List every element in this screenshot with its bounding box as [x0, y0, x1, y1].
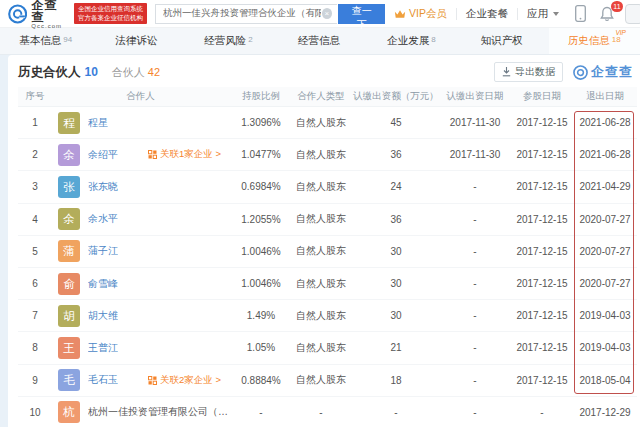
row-index: 8 — [18, 342, 52, 353]
col-header-subscription-date: 认缴出资日期 — [439, 90, 511, 103]
tab-history-info[interactable]: 历史信息 18 VIP — [549, 28, 640, 54]
partner-name-link[interactable]: 俞雪峰 — [88, 277, 118, 291]
tab-label: 知识产权 — [481, 34, 523, 48]
partner-avatar: 杭 — [58, 401, 80, 423]
subscribed-amount: - — [353, 407, 439, 418]
partner-cell: 王 王普江 — [52, 337, 233, 359]
partner-name-link[interactable]: 王普江 — [88, 341, 118, 355]
qcc-watermark-text: 企查查 — [591, 63, 633, 81]
mobile-app-button[interactable] — [568, 5, 593, 22]
join-date: 2017-12-15 — [511, 117, 573, 128]
subscription-date: - — [439, 246, 511, 257]
qcc-logo-icon — [8, 4, 27, 24]
partner-name-link[interactable]: 余绍平 — [88, 148, 118, 162]
tab-legal-litigation[interactable]: 法律诉讼 — [91, 28, 182, 54]
partner-type: 自然人股东 — [289, 180, 353, 194]
col-header-type: 合作人类型 — [289, 90, 353, 103]
partner-name-link[interactable]: 杭州一佳投资管理有限公司（执行事务合伙人） — [88, 405, 229, 419]
history-partners-card: 历史合伙人 10 合伙人 42 导出数据 企查查 序号 合作人 持股比例 合作人… — [8, 55, 640, 427]
tab-operation-risk[interactable]: 经营风险 2 — [183, 28, 274, 54]
top-bar: 企查查 Qcc.com 全国企业信用查询系统 官方备案企业征信机构 × 查一下 … — [0, 0, 640, 28]
exit-date: 2021-04-29 — [573, 181, 637, 192]
table-row: 4 余 余水平 1.2055% 自然人股东 36 - 2017-12-15 20… — [18, 204, 637, 236]
related-companies-icon — [148, 150, 157, 159]
row-index: 1 — [18, 117, 52, 128]
shareholding-ratio: 0.8884% — [233, 375, 289, 386]
phone-icon — [575, 5, 586, 22]
partner-avatar: 胡 — [58, 305, 80, 327]
tab-label: 法律诉讼 — [115, 34, 157, 48]
exit-date: 2020-07-27 — [573, 278, 637, 289]
partner-name-link[interactable]: 余水平 — [88, 212, 118, 226]
partner-name-link[interactable]: 程星 — [88, 116, 108, 130]
table-row: 1 程 程星 1.3096% 自然人股东 45 2017-11-30 2017-… — [18, 107, 637, 139]
section-title: 历史合伙人 — [18, 64, 81, 81]
search-bar: × 查一下 — [155, 4, 385, 24]
partner-type: 自然人股东 — [289, 148, 353, 162]
gov-badge-line2: 官方备案企业征信机构 — [78, 14, 143, 23]
join-date: 2017-12-15 — [511, 278, 573, 289]
notification-badge: 11 — [611, 1, 623, 12]
export-data-button[interactable]: 导出数据 — [494, 62, 563, 82]
brand-name: 企查查 — [31, 0, 69, 23]
row-index: 2 — [18, 149, 52, 160]
exit-date: 2020-07-27 — [573, 246, 637, 257]
partner-avatar: 程 — [58, 112, 80, 134]
partner-name-link[interactable]: 张东晓 — [88, 180, 118, 194]
subscribed-amount: 18 — [353, 375, 439, 386]
partner-name-link[interactable]: 胡大维 — [88, 309, 118, 323]
vip-member-link[interactable]: VIP会员 — [385, 7, 456, 21]
shareholding-ratio: 1.05% — [233, 342, 289, 353]
subscribed-amount: 36 — [353, 149, 439, 160]
subscription-date: 2017-11-30 — [439, 117, 511, 128]
enterprise-package-link[interactable]: 企业套餐 — [457, 7, 517, 21]
partner-avatar: 蒲 — [58, 240, 80, 262]
col-header-partner: 合作人 — [52, 90, 233, 103]
subscribed-amount: 36 — [353, 214, 439, 225]
notifications-button[interactable]: 11 — [593, 6, 621, 22]
tab-company-development[interactable]: 企业发展 8 — [366, 28, 457, 54]
join-date: 2017-12-15 — [511, 310, 573, 321]
apps-dropdown[interactable]: 应用 — [518, 7, 568, 21]
partner-type: 自然人股东 — [289, 212, 353, 226]
table-row: 3 张 张东晓 0.6984% 自然人股东 24 - 2017-12-15 20… — [18, 171, 637, 203]
partner-avatar: 毛 — [58, 369, 80, 391]
partner-name-link[interactable]: 蒲子江 — [88, 244, 118, 258]
company-nav-tabs: 基本信息 94 法律诉讼 经营风险 2 经营信息 企业发展 8 知识产权 历史信… — [0, 28, 640, 55]
join-date: 2017-12-15 — [511, 214, 573, 225]
search-button[interactable]: 查一下 — [338, 4, 385, 24]
search-input[interactable] — [155, 4, 337, 24]
tab-label: 经营风险 — [204, 34, 246, 48]
exit-date: 2019-04-03 — [573, 310, 637, 321]
user-avatar[interactable] — [625, 4, 640, 24]
partners-count: 42 — [148, 66, 160, 78]
join-date: 2017-12-15 — [511, 342, 573, 353]
related-companies-link[interactable]: 关联2家企业 > — [148, 374, 229, 387]
vip-member-label: VIP会员 — [409, 7, 447, 21]
tab-basic-info[interactable]: 基本信息 94 — [0, 28, 91, 54]
col-header-exit-date: 退出日期 — [573, 90, 637, 103]
exit-date: 2019-04-03 — [573, 342, 637, 353]
subscription-date: - — [439, 278, 511, 289]
col-header-amount: 认缴出资额（万元） — [353, 90, 439, 103]
tab-label: 经营信息 — [298, 34, 340, 48]
partner-cell: 俞 俞雪峰 — [52, 273, 233, 295]
related-companies-link[interactable]: 关联1家企业 > — [148, 148, 229, 161]
shareholding-ratio: - — [233, 407, 289, 418]
tab-count: 8 — [431, 35, 435, 44]
qcc-logo[interactable]: 企查查 Qcc.com — [8, 0, 69, 29]
partner-avatar: 王 — [58, 337, 80, 359]
join-date: 2017-12-15 — [511, 375, 573, 386]
table-row: 2 余 余绍平 关联1家企业 > 1.0477% 自然人股东 36 2017-1… — [18, 139, 637, 171]
partner-name-link[interactable]: 毛石玉 — [88, 373, 118, 387]
partners-link[interactable]: 合伙人 — [112, 65, 145, 80]
join-date: 2017-12-15 — [511, 181, 573, 192]
apps-label: 应用 — [527, 7, 548, 21]
tab-intellectual-property[interactable]: 知识产权 — [457, 28, 548, 54]
col-header-index: 序号 — [18, 90, 52, 103]
partner-type: 自然人股东 — [289, 244, 353, 258]
tab-label: 基本信息 — [19, 34, 61, 48]
tab-operation-info[interactable]: 经营信息 — [274, 28, 365, 54]
clear-search-icon[interactable]: × — [322, 8, 333, 19]
partner-type: - — [289, 407, 353, 418]
